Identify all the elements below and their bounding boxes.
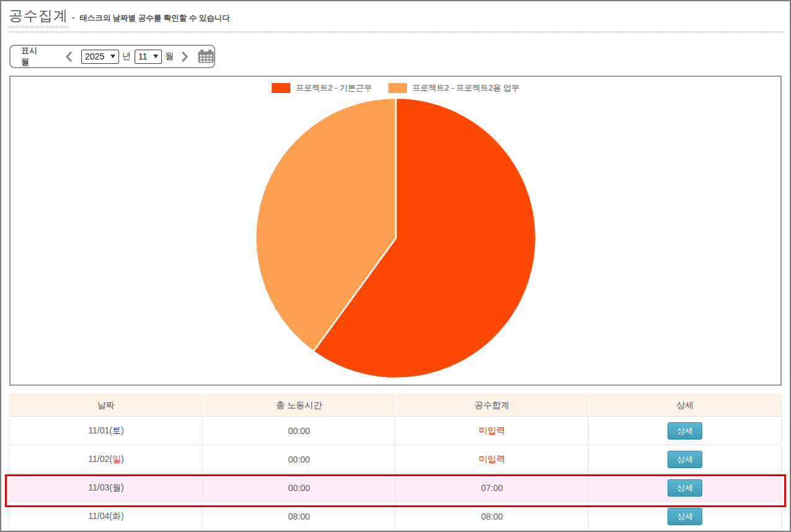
column-header: 날짜 bbox=[10, 395, 203, 417]
next-month-button[interactable] bbox=[180, 50, 190, 63]
chevron-down-icon bbox=[153, 55, 158, 58]
kosu-summary-page: 공수집계 - 태스크의 날짜별 공수를 확인할 수 있습니다 표시월 2025 … bbox=[0, 0, 791, 532]
month-unit-label: 월 bbox=[165, 51, 174, 62]
table-row: 11/02(일)00:00미입력상세 bbox=[10, 445, 782, 474]
column-header: 상세 bbox=[589, 395, 782, 417]
year-unit-label: 년 bbox=[122, 51, 131, 62]
chart-legend: 프로젝트2 - 기본근무프로젝트2 - 프로젝트2용 업무 bbox=[11, 77, 780, 94]
chevron-left-icon bbox=[65, 51, 73, 62]
legend-swatch-icon bbox=[272, 83, 290, 93]
chevron-down-icon bbox=[110, 55, 115, 58]
calendar-button[interactable] bbox=[198, 50, 214, 63]
detail-cell: 상세 bbox=[589, 502, 782, 531]
year-select[interactable]: 2025 bbox=[81, 50, 119, 64]
date-text: 11/02( bbox=[88, 454, 112, 464]
display-month-label: 표시월 bbox=[21, 45, 45, 68]
table-row: 11/01(토)00:00미입력상세 bbox=[10, 417, 782, 445]
year-select-value: 2025 bbox=[85, 51, 104, 61]
date-text: ) bbox=[121, 511, 124, 521]
pie-chart bbox=[253, 95, 539, 381]
kosu-total-cell: 미입력 bbox=[396, 417, 589, 445]
day-of-week: 토 bbox=[112, 425, 121, 435]
day-of-week: 화 bbox=[112, 511, 121, 521]
daily-summary-table-wrap: 날짜총 노동시간공수합계상세 11/01(토)00:00미입력상세11/02(일… bbox=[9, 394, 782, 532]
calendar-icon bbox=[198, 50, 214, 63]
table-header: 날짜총 노동시간공수합계상세 bbox=[10, 395, 782, 417]
work-time-cell: 00:00 bbox=[203, 445, 396, 474]
date-text: ) bbox=[121, 454, 124, 464]
date-cell: 11/02(일) bbox=[10, 445, 203, 474]
detail-button[interactable]: 상세 bbox=[668, 508, 702, 525]
day-of-week: 일 bbox=[112, 454, 121, 464]
kosu-total-cell: 08:00 bbox=[396, 502, 589, 531]
legend-label: 프로젝트2 - 프로젝트2용 업무 bbox=[413, 82, 520, 94]
work-time-cell: 00:00 bbox=[203, 474, 396, 502]
date-cell: 11/04(화) bbox=[10, 502, 203, 531]
legend-item: 프로젝트2 - 기본근무 bbox=[272, 82, 372, 94]
column-header: 총 노동시간 bbox=[203, 395, 396, 417]
date-cell: 11/01(토) bbox=[10, 417, 203, 445]
prev-month-button[interactable] bbox=[63, 50, 74, 63]
detail-button[interactable]: 상세 bbox=[668, 422, 702, 440]
detail-cell: 상세 bbox=[589, 445, 782, 474]
legend-label: 프로젝트2 - 기본근무 bbox=[296, 82, 372, 94]
legend-item: 프로젝트2 - 프로젝트2용 업무 bbox=[388, 82, 520, 94]
date-cell: 11/03(월) bbox=[10, 474, 203, 502]
detail-cell: 상세 bbox=[589, 474, 782, 502]
legend-swatch-icon bbox=[388, 83, 407, 93]
date-text: 11/01( bbox=[88, 425, 112, 435]
detail-button[interactable]: 상세 bbox=[668, 451, 702, 468]
table-row: 11/04(화)08:0008:00상세 bbox=[10, 502, 782, 531]
day-of-week: 월 bbox=[112, 482, 121, 492]
detail-button[interactable]: 상세 bbox=[668, 479, 702, 497]
title-separator: - bbox=[72, 13, 74, 22]
page-subtitle: 태스크의 날짜별 공수를 확인할 수 있습니다 bbox=[79, 13, 230, 24]
kosu-total-cell: 미입력 bbox=[396, 445, 589, 474]
display-month-selector: 표시월 2025 년 11 월 bbox=[9, 45, 215, 68]
daily-summary-table: 날짜총 노동시간공수합계상세 11/01(토)00:00미입력상세11/02(일… bbox=[9, 394, 782, 532]
date-text: ) bbox=[121, 425, 124, 435]
page-title: 공수집계 bbox=[9, 6, 68, 27]
month-select-value: 11 bbox=[138, 51, 148, 61]
page-header: 공수집계 - 태스크의 날짜별 공수를 확인할 수 있습니다 bbox=[7, 1, 784, 32]
table-row: 11/03(월)00:0007:00상세 bbox=[10, 474, 782, 502]
date-text: 11/04( bbox=[88, 511, 112, 521]
detail-cell: 상세 bbox=[589, 417, 782, 445]
month-select[interactable]: 11 bbox=[135, 50, 162, 64]
date-text: ) bbox=[121, 482, 124, 492]
work-time-cell: 00:00 bbox=[203, 417, 396, 445]
date-text: 11/03( bbox=[88, 482, 112, 492]
pie-chart-panel: 프로젝트2 - 기본근무프로젝트2 - 프로젝트2용 업무 bbox=[9, 76, 782, 386]
chevron-right-icon bbox=[181, 51, 189, 62]
kosu-total-cell: 07:00 bbox=[396, 474, 589, 502]
work-time-cell: 08:00 bbox=[203, 502, 396, 531]
column-header: 공수합계 bbox=[396, 395, 589, 417]
